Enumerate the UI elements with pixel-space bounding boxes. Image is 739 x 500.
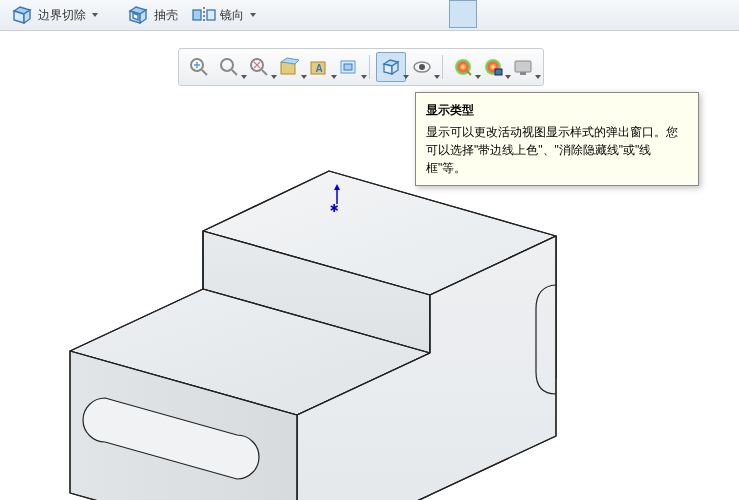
svg-rect-18 [495, 69, 502, 75]
separator [442, 55, 443, 79]
dropdown-icon [92, 13, 98, 17]
svg-rect-19 [515, 61, 531, 72]
boundary-cut-label: 边界切除 [38, 7, 86, 24]
svg-point-5 [221, 59, 233, 71]
boundary-cut-button[interactable]: 边界切除 [6, 1, 102, 29]
ribbon-bar: 边界切除 抽壳 镜向 [0, 0, 739, 31]
headsup-toolbar: A [178, 48, 544, 86]
zoom-fit-button[interactable] [185, 53, 213, 81]
dropdown-icon [250, 13, 256, 17]
view-settings-button[interactable] [509, 53, 537, 81]
svg-rect-0 [193, 10, 201, 20]
active-tab-highlight[interactable] [449, 0, 477, 28]
svg-text:A: A [315, 63, 322, 74]
view-orient-button[interactable] [335, 53, 363, 81]
svg-text:✱: ✱ [330, 199, 339, 215]
separator [369, 55, 370, 79]
mirror-icon [192, 3, 216, 27]
svg-rect-20 [520, 72, 526, 75]
svg-point-15 [419, 64, 425, 70]
tooltip-body: 显示可以更改活动视图显示样式的弹出窗口。您可以选择"带边线上色"、"消除隐藏线"… [426, 123, 688, 177]
display-type-tooltip: 显示类型 显示可以更改活动视图显示样式的弹出窗口。您可以选择"带边线上色"、"消… [415, 92, 699, 186]
boundary-cut-icon [10, 3, 34, 27]
section-view-button[interactable] [275, 53, 303, 81]
hide-show-button[interactable] [408, 53, 436, 81]
display-style-button[interactable] [376, 52, 406, 82]
shell-label: 抽壳 [154, 7, 178, 24]
svg-rect-13 [344, 64, 352, 70]
previous-view-button[interactable] [245, 53, 273, 81]
dropdown-icon [535, 75, 541, 79]
zoom-area-button[interactable] [215, 53, 243, 81]
apply-scene-button[interactable] [479, 53, 507, 81]
svg-line-6 [232, 70, 237, 75]
tooltip-title: 显示类型 [426, 101, 688, 119]
svg-rect-1 [207, 10, 215, 20]
svg-line-4 [202, 70, 207, 75]
shell-button[interactable]: 抽壳 [122, 1, 182, 29]
shell-icon [126, 3, 150, 27]
mirror-button[interactable]: 镜向 [188, 1, 260, 29]
dropdown-icon [434, 75, 440, 79]
svg-line-8 [262, 70, 267, 75]
dropdown-icon [361, 75, 367, 79]
mirror-label: 镜向 [220, 7, 244, 24]
edit-appearance-button[interactable] [449, 53, 477, 81]
section-plane-button[interactable]: A [305, 53, 333, 81]
